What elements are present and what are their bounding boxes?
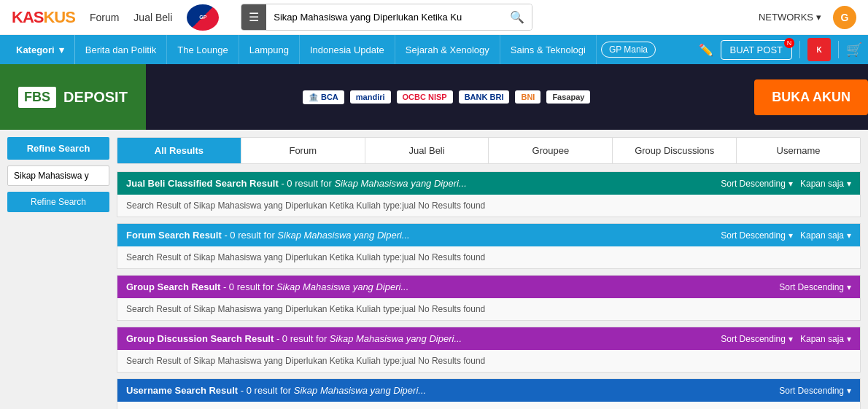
- refine-search-title: Refine Search: [7, 137, 109, 160]
- bri-logo: BANK BRI: [459, 90, 510, 104]
- group-sort-area: Sort Descending ▾: [779, 282, 851, 292]
- chevron-down-icon: ▾: [788, 179, 793, 189]
- kaskus-k-icon[interactable]: K: [807, 38, 831, 61]
- group-discussion-result-header: Group Discussion Search Result - 0 resul…: [117, 327, 860, 350]
- sort-descending-button[interactable]: Sort Descending ▾: [721, 179, 793, 189]
- cart-icon[interactable]: 🛒: [846, 42, 862, 58]
- group-discussion-result-body: Search Result of Sikap Mahasiswa yang Di…: [117, 350, 860, 372]
- top-nav-links: Forum Jual Beli GP: [90, 4, 219, 31]
- forum-result-title: Forum Search Result - 0 result for Sikap…: [126, 230, 410, 241]
- ocbc-logo: OCBC NISP: [397, 90, 453, 104]
- notification-badge: N: [784, 38, 794, 48]
- sidebar-item-berita[interactable]: Berita dan Politik: [75, 35, 168, 64]
- jual-beli-result-header: Jual Beli Classified Search Result - 0 r…: [117, 172, 860, 195]
- sidebar-item-lampung[interactable]: Lampung: [239, 35, 300, 64]
- divider2: [838, 41, 839, 58]
- fasapay-logo: Fasapay: [546, 90, 590, 104]
- fbs-logo-area: FBS DEPOSIT: [0, 64, 146, 130]
- kategori-dropdown[interactable]: Kategori ▾: [6, 35, 75, 64]
- tab-forum[interactable]: Forum: [241, 138, 365, 163]
- username-result-title: Username Search Result - 0 result for Si…: [126, 385, 426, 396]
- kapan-saja-button[interactable]: Kapan saja ▾: [800, 179, 851, 189]
- sidebar-item-lounge[interactable]: The Lounge: [167, 35, 239, 64]
- chevron-down-icon: ▾: [816, 12, 821, 23]
- forum-sort-descending-button[interactable]: Sort Descending ▾: [721, 230, 793, 241]
- results-area: All Results Forum Jual Beli Groupee Grou…: [117, 137, 861, 409]
- kaskus-logo[interactable]: KASKUS: [12, 8, 75, 27]
- username-result-header: Username Search Result - 0 result for Si…: [117, 379, 860, 402]
- group-discussion-sort-area: Sort Descending ▾ Kapan saja ▾: [721, 334, 851, 344]
- forum-result-header: Forum Search Result - 0 result for Sikap…: [117, 224, 860, 246]
- pencil-icon[interactable]: ✏️: [699, 43, 713, 57]
- chevron-down-icon: ▾: [847, 386, 851, 396]
- username-result-block: Username Search Result - 0 result for Si…: [117, 378, 861, 409]
- bca-logo: 🏦 BCA: [303, 90, 344, 104]
- tab-groupee[interactable]: Groupee: [489, 138, 613, 163]
- forum-link[interactable]: Forum: [90, 12, 119, 23]
- forum-result-block: Forum Search Result - 0 result for Sikap…: [117, 223, 861, 269]
- tab-jual-beli[interactable]: Jual Beli: [365, 138, 489, 163]
- search-bar: ☰ 🔍: [241, 4, 532, 31]
- jual-beli-result-block: Jual Beli Classified Search Result - 0 r…: [117, 171, 861, 217]
- category-navigation: Kategori ▾ Berita dan Politik The Lounge…: [0, 35, 868, 64]
- forum-sort-area: Sort Descending ▾ Kapan saja ▾: [721, 230, 851, 241]
- logo-red: KAS: [12, 8, 43, 26]
- group-sort-descending-button[interactable]: Sort Descending ▾: [779, 282, 851, 292]
- group-discussion-sort-descending-button[interactable]: Sort Descending ▾: [721, 334, 793, 344]
- username-sort-area: Sort Descending ▾: [779, 386, 851, 396]
- tab-username[interactable]: Username: [737, 138, 860, 163]
- chevron-down-icon: ▾: [847, 334, 851, 344]
- chevron-down-icon: ▾: [847, 282, 851, 292]
- bank-logos-area: 🏦 BCA mandiri OCBC NISP BANK BRI BNI Fas…: [146, 85, 747, 110]
- jual-beli-link[interactable]: Jual Beli: [133, 12, 172, 23]
- logo-orange: KUS: [43, 8, 74, 26]
- main-content: Refine Search Refine Search All Results …: [0, 130, 868, 409]
- buka-akun-button[interactable]: BUKA AKUN: [754, 79, 868, 115]
- gp-mania-tag[interactable]: GP Mania: [601, 42, 656, 58]
- sidebar: Refine Search Refine Search: [7, 137, 109, 409]
- group-discussion-kapan-saja-button[interactable]: Kapan saja ▾: [800, 334, 851, 344]
- results-tabs: All Results Forum Jual Beli Groupee Grou…: [117, 137, 861, 164]
- chevron-down-icon: ▾: [788, 334, 793, 344]
- divider: [799, 41, 800, 58]
- group-result-title: Group Search Result - 0 result for Sikap…: [126, 281, 408, 292]
- top-navigation: KASKUS Forum Jual Beli GP ☰ 🔍 NETWORKS ▾…: [0, 0, 868, 35]
- advertisement-banner[interactable]: FBS DEPOSIT 🏦 BCA mandiri OCBC NISP BANK…: [0, 64, 868, 130]
- forum-kapan-saja-button[interactable]: Kapan saja ▾: [800, 230, 851, 241]
- tab-group-discussions[interactable]: Group Discussions: [613, 138, 737, 163]
- group-result-body: Search Result of Sikap Mahasiswa yang Di…: [117, 298, 860, 320]
- search-button[interactable]: 🔍: [503, 4, 532, 30]
- buat-post-button[interactable]: BUAT POST N: [721, 40, 792, 60]
- mandiri-logo: mandiri: [350, 90, 391, 104]
- bni-logo: BNI: [515, 90, 540, 104]
- cat-nav-right: ✏️ BUAT POST N K 🛒: [699, 38, 862, 61]
- chevron-down-icon: ▾: [847, 179, 851, 189]
- chevron-down-icon: ▾: [788, 230, 793, 241]
- group-discussion-result-title: Group Discussion Search Result - 0 resul…: [126, 333, 462, 344]
- right-nav: NETWORKS ▾ G: [759, 6, 856, 29]
- chevron-down-icon: ▾: [59, 44, 64, 55]
- networks-button[interactable]: NETWORKS ▾: [759, 12, 821, 23]
- username-sort-descending-button[interactable]: Sort Descending ▾: [779, 386, 851, 396]
- jual-beli-result-body: Search Result of Sikap Mahasiswa yang Di…: [117, 195, 860, 217]
- group-discussion-result-block: Group Discussion Search Result - 0 resul…: [117, 327, 861, 373]
- sidebar-item-sains[interactable]: Sains & Teknologi: [500, 35, 597, 64]
- chevron-down-icon: ▾: [847, 230, 851, 241]
- refine-search-button[interactable]: Refine Search: [7, 192, 109, 212]
- sidebar-item-indonesia[interactable]: Indonesia Update: [300, 35, 395, 64]
- jual-beli-result-title: Jual Beli Classified Search Result - 0 r…: [126, 178, 467, 189]
- group-result-block: Group Search Result - 0 result for Sikap…: [117, 275, 861, 321]
- search-section: Refine Search Refine Search All Results …: [0, 137, 868, 409]
- group-result-header: Group Search Result - 0 result for Sikap…: [117, 276, 860, 298]
- gp-mania-logo[interactable]: GP: [187, 4, 219, 31]
- sidebar-item-sejarah[interactable]: Sejarah & Xenology: [395, 35, 500, 64]
- username-result-body: Search Result of Sikap Mahasiswa yang Di…: [117, 402, 860, 409]
- deposit-text: DEPOSIT: [63, 89, 128, 106]
- hamburger-icon[interactable]: ☰: [241, 4, 266, 30]
- fbs-box: FBS: [18, 87, 56, 108]
- sidebar-search-input[interactable]: [7, 165, 109, 186]
- search-input[interactable]: [266, 6, 503, 28]
- user-avatar[interactable]: G: [833, 6, 856, 29]
- forum-result-body: Search Result of Sikap Mahasiswa yang Di…: [117, 246, 860, 268]
- tab-all-results[interactable]: All Results: [117, 138, 241, 163]
